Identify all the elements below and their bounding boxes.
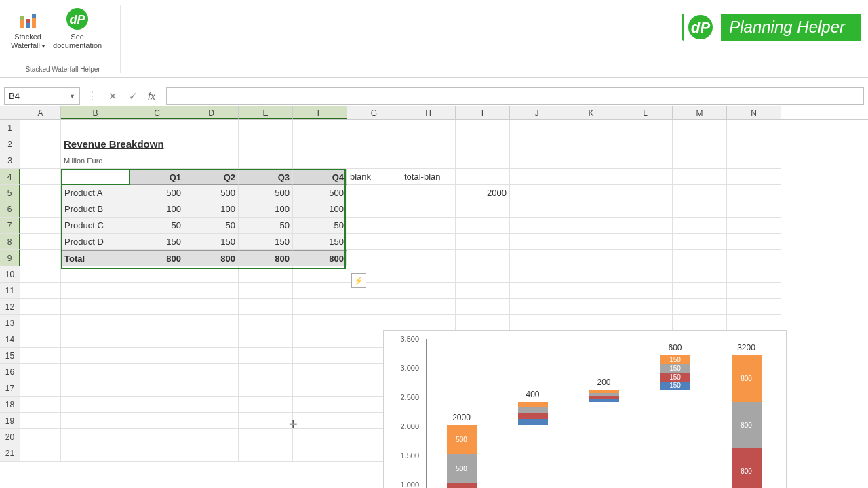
col-header-B[interactable]: B [61, 106, 130, 119]
cell-I9[interactable] [456, 250, 510, 266]
cell-M10[interactable] [673, 266, 727, 283]
cell-B5[interactable]: Product A [61, 185, 130, 201]
cell-K6[interactable] [564, 201, 618, 218]
cell-C18[interactable] [130, 396, 184, 413]
cell-K7[interactable] [564, 218, 618, 234]
row-header-14[interactable]: 14 [0, 331, 20, 348]
cell-J6[interactable] [510, 201, 564, 218]
cell-N8[interactable] [727, 234, 781, 250]
cell-A20[interactable] [20, 429, 61, 445]
cell-J5[interactable] [510, 185, 564, 201]
cell-A6[interactable] [20, 201, 61, 218]
cell-C14[interactable] [130, 331, 184, 348]
cell-M6[interactable] [673, 201, 727, 218]
row-header-16[interactable]: 16 [0, 364, 20, 380]
cell-H11[interactable] [401, 283, 456, 299]
cell-A16[interactable] [20, 364, 61, 380]
cell-B21[interactable] [61, 445, 130, 462]
cell-A13[interactable] [20, 315, 61, 331]
cell-D20[interactable] [184, 429, 239, 445]
worksheet[interactable]: ABCDEFGHIJKLMN 12Revenue Breakdown3Milli… [0, 106, 868, 462]
cell-A11[interactable] [20, 283, 61, 299]
cell-C5[interactable]: 500 [130, 185, 184, 201]
cell-B9[interactable]: Total [61, 250, 130, 266]
cell-L10[interactable] [618, 266, 673, 283]
cell-E18[interactable] [239, 396, 293, 413]
cell-N1[interactable] [727, 120, 781, 136]
cell-A8[interactable] [20, 234, 61, 250]
cell-F19[interactable] [293, 413, 347, 429]
cell-C3[interactable] [130, 152, 184, 169]
col-header-J[interactable]: J [510, 106, 564, 119]
cell-E8[interactable]: 150 [239, 234, 293, 250]
cell-F12[interactable] [293, 299, 347, 315]
cell-N11[interactable] [727, 283, 781, 299]
cell-F8[interactable]: 150 [293, 234, 347, 250]
cell-B4[interactable] [61, 169, 130, 185]
cell-H8[interactable] [401, 234, 456, 250]
cell-L2[interactable] [618, 136, 673, 152]
cell-N5[interactable] [727, 185, 781, 201]
cell-F11[interactable] [293, 283, 347, 299]
cell-I3[interactable] [456, 152, 510, 169]
cell-E20[interactable] [239, 429, 293, 445]
cell-F18[interactable] [293, 396, 347, 413]
row-header-20[interactable]: 20 [0, 429, 20, 445]
cell-F7[interactable]: 50 [293, 218, 347, 234]
cell-B10[interactable] [61, 266, 130, 283]
cell-D15[interactable] [184, 348, 239, 364]
cancel-formula-button[interactable]: ✕ [104, 88, 121, 104]
cell-C19[interactable] [130, 413, 184, 429]
cell-G2[interactable] [347, 136, 401, 152]
cell-C6[interactable]: 100 [130, 201, 184, 218]
cell-E5[interactable]: 500 [239, 185, 293, 201]
cell-D4[interactable]: Q2 [184, 169, 239, 185]
col-header-N[interactable]: N [727, 106, 781, 119]
col-header-I[interactable]: I [456, 106, 510, 119]
cell-H4[interactable]: total-blan [401, 169, 456, 185]
cell-M13[interactable] [673, 315, 727, 331]
cell-B11[interactable] [61, 283, 130, 299]
cell-F9[interactable]: 800 [293, 250, 347, 266]
quick-analysis-button[interactable]: ⚡ [351, 273, 366, 288]
cell-B12[interactable] [61, 299, 130, 315]
cell-A17[interactable] [20, 380, 61, 396]
col-header-K[interactable]: K [564, 106, 618, 119]
col-header-H[interactable]: H [401, 106, 456, 119]
row-header-2[interactable]: 2 [0, 136, 20, 152]
cell-A19[interactable] [20, 413, 61, 429]
cell-A7[interactable] [20, 218, 61, 234]
cell-I7[interactable] [456, 218, 510, 234]
cell-B18[interactable] [61, 396, 130, 413]
cell-I2[interactable] [456, 136, 510, 152]
cell-J4[interactable] [510, 169, 564, 185]
cell-B13[interactable] [61, 315, 130, 331]
cell-C7[interactable]: 50 [130, 218, 184, 234]
cell-M9[interactable] [673, 250, 727, 266]
row-header-3[interactable]: 3 [0, 152, 20, 169]
cell-D19[interactable] [184, 413, 239, 429]
row-header-15[interactable]: 15 [0, 348, 20, 364]
cell-C17[interactable] [130, 380, 184, 396]
name-box[interactable]: B4 ▼ [4, 87, 80, 105]
cell-E12[interactable] [239, 299, 293, 315]
cell-I12[interactable] [456, 299, 510, 315]
row-header-7[interactable]: 7 [0, 218, 20, 234]
cell-H12[interactable] [401, 299, 456, 315]
cell-F10[interactable] [293, 266, 347, 283]
cell-E17[interactable] [239, 380, 293, 396]
cell-A3[interactable] [20, 152, 61, 169]
cell-E15[interactable] [239, 348, 293, 364]
cell-F4[interactable]: Q4 [293, 169, 347, 185]
cell-H5[interactable] [401, 185, 456, 201]
cell-M7[interactable] [673, 218, 727, 234]
cell-H13[interactable] [401, 315, 456, 331]
cell-L12[interactable] [618, 299, 673, 315]
col-header-L[interactable]: L [618, 106, 673, 119]
cell-A21[interactable] [20, 445, 61, 462]
see-documentation-button[interactable]: dP Seedocumentation [49, 5, 106, 52]
col-header-M[interactable]: M [673, 106, 727, 119]
cell-D13[interactable] [184, 315, 239, 331]
cell-N10[interactable] [727, 266, 781, 283]
cell-B2[interactable]: Revenue Breakdown [61, 136, 130, 152]
